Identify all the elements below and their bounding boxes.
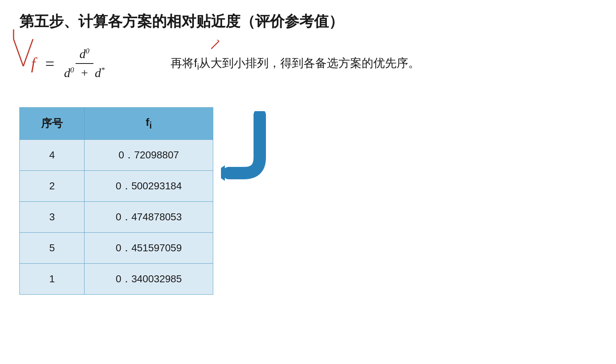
formula-denominator-d0-sup: 0 <box>70 66 74 74</box>
table-cell-id: 2 <box>20 171 85 202</box>
formula-display: f = d0 d0 + d* <box>31 47 109 80</box>
header-fi-subscript: i <box>149 120 152 130</box>
formula-numerator: d0 <box>76 47 93 64</box>
svg-line-0 <box>14 39 23 66</box>
pencil-annotation <box>209 39 221 51</box>
table-row: 40．72098807 <box>20 140 213 171</box>
formula-section: f = d0 d0 + d* 再将fi从大 <box>19 47 597 80</box>
svg-marker-6 <box>221 165 225 181</box>
table-cell-value: 0．500293184 <box>85 171 213 202</box>
formula-equals: = <box>45 54 55 73</box>
content-area: 序号 fi 40．7209880720．50029318430．47487805… <box>19 100 597 295</box>
table-row: 30．474878053 <box>20 202 213 233</box>
formula-denominator-dstar-sup: * <box>101 66 105 74</box>
results-table: 序号 fi 40．7209880720．50029318430．47487805… <box>19 107 213 295</box>
svg-line-4 <box>217 40 219 41</box>
svg-line-3 <box>211 41 219 49</box>
formula-fraction: d0 d0 + d* <box>60 47 109 80</box>
table-header-id: 序号 <box>20 108 85 140</box>
page-title: 第五步、计算各方案的相对贴近度（评价参考值） <box>19 12 597 31</box>
curved-arrow-svg <box>221 111 291 189</box>
description-suffix: 从大到小排列，得到各备选方案的优先序。 <box>199 57 420 69</box>
table-cell-id: 4 <box>20 140 85 171</box>
table-header-row: 序号 fi <box>20 108 213 140</box>
formula-numerator-sup: 0 <box>86 47 90 55</box>
table-row: 10．340032985 <box>20 264 213 295</box>
page-container: 第五步、计算各方案的相对贴近度（评价参考值） f = d0 <box>0 0 616 364</box>
table-cell-value: 0．474878053 <box>85 202 213 233</box>
table-row: 50．451597059 <box>20 233 213 264</box>
red-arrow-annotation <box>12 27 43 74</box>
description-prefix: 再将f <box>171 57 197 69</box>
table-cell-id: 3 <box>20 202 85 233</box>
table-header-fi: fi <box>85 108 213 140</box>
table-section: 序号 fi 40．7209880720．50029318430．47487805… <box>19 107 213 295</box>
table-cell-value: 0．340032985 <box>85 264 213 295</box>
table-row: 20．500293184 <box>20 171 213 202</box>
curved-arrow-container <box>221 111 291 190</box>
table-cell-value: 0．451597059 <box>85 233 213 264</box>
table-cell-id: 1 <box>20 264 85 295</box>
formula-denominator: d0 + d* <box>60 64 109 80</box>
svg-line-1 <box>23 39 33 66</box>
table-cell-id: 5 <box>20 233 85 264</box>
table-cell-value: 0．72098807 <box>85 140 213 171</box>
description-text: 再将fi从大到小排列，得到各备选方案的优先序。 <box>171 55 597 72</box>
